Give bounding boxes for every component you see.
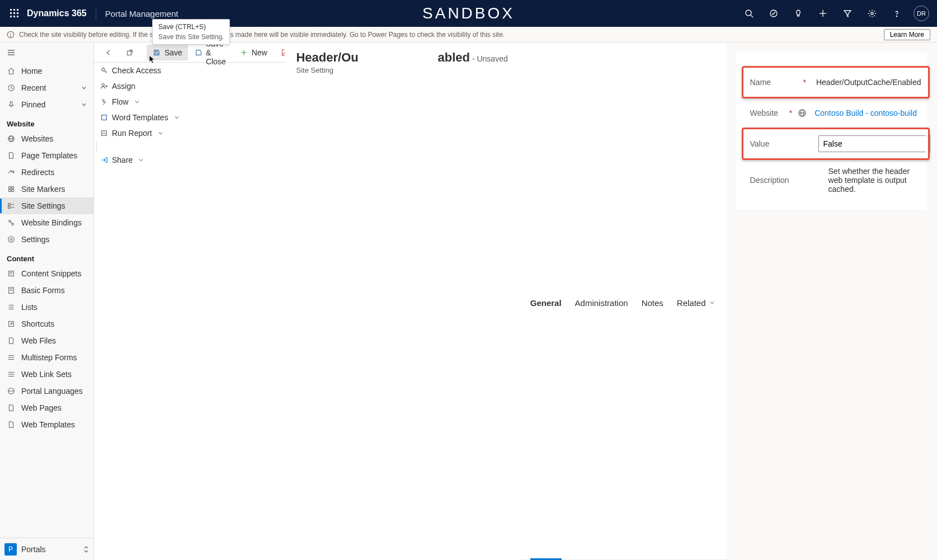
chevron-down-icon — [158, 130, 163, 136]
svg-rect-8 — [17, 16, 18, 17]
add-icon[interactable] — [812, 2, 834, 25]
sidebar-item-label: Portal Languages — [21, 387, 83, 396]
name-value[interactable]: Header/OutputCache/Enabled — [812, 74, 926, 90]
sidebar-item-label: Content Snippets — [21, 269, 81, 278]
area-label: Portals — [21, 545, 46, 554]
save-close-button[interactable]: Save & Close — [189, 43, 233, 69]
sidebar-item-label: Web Templates — [21, 420, 75, 429]
tab-notes[interactable]: Notes — [642, 48, 663, 559]
header-actions: DR — [738, 2, 933, 25]
deactivate-button[interactable]: Deactivate — [274, 45, 285, 60]
svg-rect-3 — [10, 12, 12, 14]
svg-point-16 — [896, 16, 897, 16]
plus-icon — [239, 48, 248, 57]
filter-icon[interactable] — [836, 2, 859, 25]
svg-rect-66 — [102, 115, 107, 120]
svg-rect-6 — [10, 16, 12, 17]
save-button[interactable]: Save — [147, 45, 188, 60]
sidebar-item-web-link-sets[interactable]: Web Link Sets — [0, 366, 93, 383]
website-lookup-value[interactable]: Contoso Build - contoso-build — [810, 105, 921, 121]
assign-button[interactable]: Assign — [94, 78, 285, 94]
sidebar-item-settings[interactable]: Settings — [0, 231, 93, 248]
sidebar-group-content: Content — [0, 248, 93, 265]
svg-rect-58 — [128, 51, 131, 55]
sidebar-collapse-button[interactable] — [0, 43, 93, 63]
svg-rect-59 — [155, 50, 157, 51]
chevron-down-icon — [134, 99, 140, 105]
report-icon — [100, 129, 109, 138]
flow-icon — [100, 97, 109, 106]
sidebar-item-portal-languages[interactable]: Portal Languages — [0, 383, 93, 399]
app-launcher-icon[interactable] — [4, 3, 25, 23]
language-icon — [7, 387, 16, 396]
tab-general[interactable]: General — [530, 48, 562, 559]
highlight-name-row: Name* Header/OutputCache/Enabled — [742, 66, 930, 98]
cmd-label: Save — [164, 48, 182, 57]
description-value[interactable]: Set whether the header web template is o… — [824, 163, 921, 197]
svg-point-38 — [10, 238, 12, 241]
sidebar-item-web-files[interactable]: Web Files — [0, 332, 93, 349]
sidebar-item-label: Shortcuts — [21, 319, 54, 328]
new-button[interactable]: New — [234, 45, 273, 60]
sidebar-item-multistep-forms[interactable]: Multistep Forms — [0, 349, 93, 366]
cmd-label: Flow — [112, 97, 129, 106]
user-avatar[interactable]: DR — [910, 2, 933, 25]
sidebar-item-websites[interactable]: Websites — [0, 130, 93, 147]
sidebar-item-website-bindings[interactable]: Website Bindings — [0, 214, 93, 231]
key-icon — [100, 66, 109, 75]
gear-icon[interactable] — [861, 2, 883, 25]
sidebar-item-recent[interactable]: Recent — [0, 79, 93, 96]
settings-list-icon — [7, 201, 16, 210]
tab-administration[interactable]: Administration — [575, 48, 628, 559]
sidebar-item-web-pages[interactable]: Web Pages — [0, 399, 93, 416]
clock-icon — [7, 83, 16, 92]
link-set-icon — [7, 370, 16, 379]
sidebar-item-basic-forms[interactable]: Basic Forms — [0, 282, 93, 299]
environment-label: SANDBOX — [422, 4, 515, 22]
brand-label[interactable]: Dynamics 365 — [27, 8, 87, 18]
sidebar-item-lists[interactable]: Lists — [0, 299, 93, 316]
home-icon — [7, 67, 16, 76]
sidebar-item-redirects[interactable]: Redirects — [0, 164, 93, 181]
word-templates-button[interactable]: Word Templates — [94, 110, 285, 125]
sidebar-item-content-snippets[interactable]: Content Snippets — [0, 265, 93, 282]
help-icon[interactable] — [886, 2, 908, 25]
svg-rect-30 — [12, 190, 14, 192]
name-label: Name — [750, 78, 771, 87]
sidebar-area-switcher[interactable]: P Portals — [0, 538, 93, 560]
popout-icon — [125, 48, 134, 57]
flow-button[interactable]: Flow — [94, 94, 285, 110]
value-label: Value — [750, 139, 770, 148]
globe-icon — [7, 134, 16, 143]
svg-point-15 — [871, 12, 873, 15]
open-new-window-button[interactable] — [120, 45, 140, 60]
learn-more-button[interactable]: Learn More — [884, 29, 930, 40]
website-label: Website — [750, 109, 778, 117]
svg-rect-5 — [17, 12, 18, 14]
run-report-button[interactable]: Run Report — [94, 125, 285, 141]
sidebar-item-pinned[interactable]: Pinned — [0, 96, 93, 113]
svg-rect-60 — [155, 53, 158, 55]
svg-rect-40 — [9, 271, 14, 276]
lightbulb-icon[interactable] — [787, 2, 809, 25]
sidebar-item-label: Websites — [21, 134, 53, 143]
sidebar-item-home[interactable]: Home — [0, 63, 93, 79]
cmd-label: Assign — [112, 82, 135, 91]
page-subtitle: Site Setting — [296, 66, 507, 74]
sidebar-item-site-settings[interactable]: Site Settings — [0, 197, 93, 214]
main-content: Save Save & Close New Deactivate Delete … — [94, 43, 285, 560]
sidebar-item-site-markers[interactable]: Site Markers — [0, 181, 93, 197]
page-icon — [7, 403, 16, 412]
updown-icon — [83, 545, 89, 553]
app-name-label[interactable]: Portal Management — [105, 9, 178, 18]
back-button[interactable] — [98, 45, 119, 60]
value-input[interactable] — [818, 135, 926, 152]
sidebar-item-page-templates[interactable]: Page Templates — [0, 147, 93, 164]
sidebar-item-shortcuts[interactable]: Shortcuts — [0, 316, 93, 332]
share-button[interactable]: Share — [94, 152, 285, 168]
search-icon[interactable] — [738, 2, 760, 25]
cmd-label: Share — [112, 156, 133, 164]
sidebar-item-web-templates[interactable]: Web Templates — [0, 416, 93, 433]
assistant-icon[interactable] — [762, 2, 785, 25]
tab-related[interactable]: Related — [677, 48, 715, 559]
